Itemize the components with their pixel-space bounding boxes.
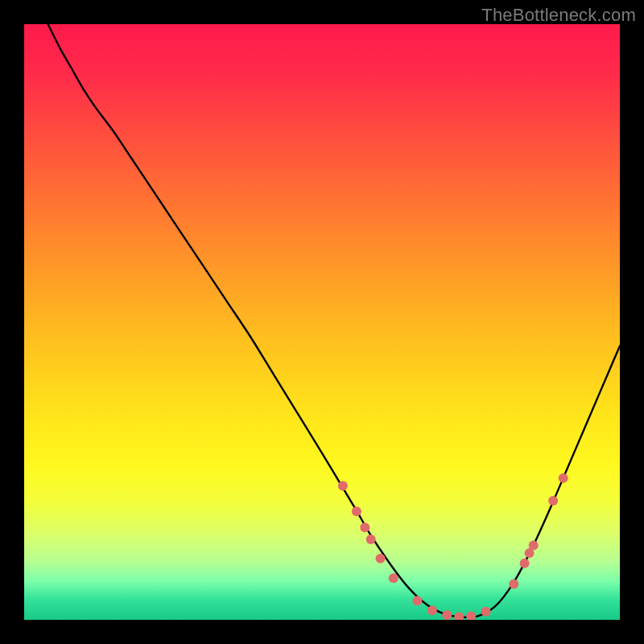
marker-dot — [366, 535, 376, 544]
marker-dot — [442, 610, 452, 620]
marker-dot — [427, 605, 437, 615]
marker-dot — [509, 580, 518, 589]
marker-dot — [389, 573, 398, 583]
marker-dot — [338, 481, 348, 491]
marker-dot — [376, 554, 386, 564]
chart-svg — [24, 24, 620, 620]
marker-dot — [559, 473, 568, 483]
attribution-text: TheBottleneck.com — [481, 5, 636, 26]
marker-dot — [352, 506, 361, 516]
marker-dot — [520, 559, 530, 568]
plot-area — [24, 24, 620, 620]
marker-dot — [548, 496, 558, 506]
marker-dot — [360, 522, 369, 532]
chart-frame: TheBottleneck.com — [0, 0, 644, 644]
marker-dot — [481, 607, 491, 617]
marker-dot — [529, 541, 539, 551]
marker-dot — [412, 596, 422, 605]
gradient-background — [24, 24, 620, 620]
